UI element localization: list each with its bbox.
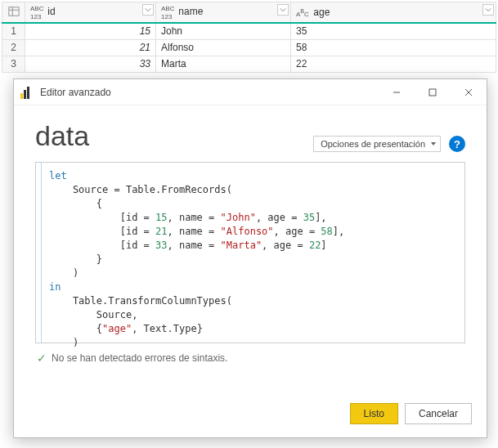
cell-age[interactable]: 22 (291, 56, 496, 72)
column-label: age (313, 7, 330, 18)
minimize-button[interactable] (379, 79, 415, 105)
column-label: id (47, 6, 55, 17)
cell-age[interactable]: 35 (291, 23, 496, 39)
dialog-title: Editor avanzado (40, 87, 379, 98)
query-name-heading: data (35, 120, 89, 152)
column-header-name[interactable]: ABC123 name (156, 2, 291, 24)
check-icon: ✓ (37, 352, 47, 365)
column-header-id[interactable]: ABC123 id (25, 2, 156, 24)
cell-age[interactable]: 58 (291, 39, 496, 56)
advanced-editor-dialog: Editor avanzado data Opciones de present… (13, 78, 487, 438)
datatype-icon: ABC123 (30, 4, 45, 20)
cell-id[interactable]: 33 (25, 56, 156, 72)
svg-rect-4 (429, 89, 436, 96)
grid-corner[interactable] (2, 2, 25, 24)
column-label: name (178, 6, 203, 17)
row-number: 3 (2, 56, 25, 72)
cell-id[interactable]: 15 (25, 23, 156, 39)
code-content[interactable]: let Source = Table.FromRecords( { [id = … (36, 169, 464, 350)
datatype-icon: ABC123 (161, 4, 176, 20)
cell-name[interactable]: John (156, 23, 291, 39)
cell-name[interactable]: Alfonso (156, 39, 291, 56)
row-number: 1 (2, 23, 25, 39)
titlebar[interactable]: Editor avanzado (14, 79, 487, 105)
table-row[interactable]: 2 21 Alfonso 58 (2, 39, 496, 56)
display-options-dropdown[interactable]: Opciones de presentación (313, 136, 441, 152)
status-text: No se han detectado errores de sintaxis. (52, 352, 227, 364)
column-header-age[interactable]: ABC age (291, 2, 496, 24)
row-number: 2 (2, 39, 25, 56)
done-button[interactable]: Listo (350, 403, 398, 424)
column-dropdown[interactable] (482, 4, 494, 16)
column-dropdown[interactable] (277, 4, 289, 16)
column-dropdown[interactable] (142, 4, 154, 16)
cell-name[interactable]: Marta (156, 56, 291, 72)
help-icon[interactable]: ? (449, 136, 465, 152)
cancel-button[interactable]: Cancelar (405, 403, 472, 424)
app-logo-icon (20, 86, 34, 99)
svg-rect-0 (8, 7, 18, 16)
table-row[interactable]: 1 15 John 35 (2, 23, 496, 39)
table-row[interactable]: 3 33 Marta 22 (2, 56, 496, 72)
data-grid[interactable]: ABC123 id ABC123 name ABC age 1 15 John … (2, 2, 496, 73)
maximize-button[interactable] (415, 79, 451, 105)
code-editor[interactable]: let Source = Table.FromRecords( { [id = … (35, 162, 465, 343)
datatype-icon: ABC (296, 7, 311, 18)
close-button[interactable] (451, 79, 487, 105)
cell-id[interactable]: 21 (25, 39, 156, 56)
